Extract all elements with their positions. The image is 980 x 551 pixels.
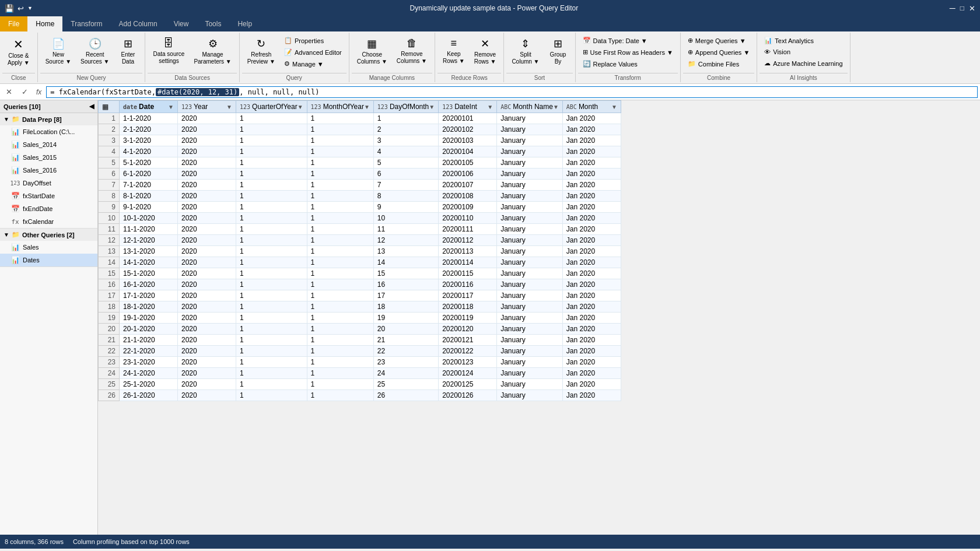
table-row[interactable]: 1111-1-20202020111120200111JanuaryJan 20…: [99, 224, 621, 235]
col-filter-button[interactable]: ▼: [611, 104, 617, 110]
append-queries-button[interactable]: ⊕ Append Queries ▼: [684, 47, 753, 58]
window-controls[interactable]: ─ □ ✕: [950, 3, 975, 13]
tab-file[interactable]: File: [0, 16, 27, 31]
sidebar-item-dates[interactable]: 📊Dates: [0, 254, 97, 266]
col-header-quarterofyear[interactable]: 123 QuarterOfYear ▼: [236, 101, 307, 113]
col-header-dayofmonth[interactable]: 123 DayOfMonth ▼: [373, 101, 438, 113]
formula-cancel-button[interactable]: ✕: [2, 86, 16, 97]
table-row[interactable]: 1818-1-20202020111820200118JanuaryJan 20…: [99, 301, 621, 313]
advanced-editor-button[interactable]: 📝 Advanced Editor: [281, 47, 345, 58]
table-row[interactable]: 1616-1-20202020111620200116JanuaryJan 20…: [99, 279, 621, 290]
table-row[interactable]: 2525-1-20202020112520200125JanuaryJan 20…: [99, 379, 621, 390]
datasource-settings-button[interactable]: 🗄 Data sourcesettings: [149, 35, 188, 67]
remove-columns-button[interactable]: 🗑 RemoveColumns ▼: [393, 35, 431, 67]
vision-button[interactable]: 👁 Vision: [761, 47, 846, 57]
table-row[interactable]: 2121-1-20202020112120200121JanuaryJan 20…: [99, 335, 621, 346]
tab-tools[interactable]: Tools: [197, 16, 229, 31]
remove-rows-button[interactable]: ✕ RemoveRows ▼: [470, 35, 501, 68]
tab-help[interactable]: Help: [229, 16, 260, 31]
table-row[interactable]: 2222-1-20202020112220200122JanuaryJan 20…: [99, 346, 621, 357]
col-filter-button[interactable]: ▼: [553, 104, 559, 110]
sidebar-item-filelocation[interactable]: 📊FileLocation (C:\...: [0, 125, 97, 138]
keep-rows-button[interactable]: ≡ KeepRows ▼: [439, 35, 469, 67]
replace-values-button[interactable]: 🔄 Replace Values: [579, 58, 677, 69]
col-header-month[interactable]: ABC Month ▼: [562, 101, 621, 113]
choose-columns-button[interactable]: ▦ ChooseColumns ▼: [353, 35, 391, 68]
first-row-headers-button[interactable]: ⊞ Use First Row as Headers ▼: [579, 47, 677, 58]
refresh-preview-button[interactable]: ↻ RefreshPreview ▼: [243, 35, 279, 68]
table-row[interactable]: 88-1-2020202011820200108JanuaryJan 2020: [99, 191, 621, 202]
col-header-monthofyear[interactable]: 123 MonthOfYear ▼: [307, 101, 373, 113]
col-filter-button[interactable]: ▼: [226, 104, 232, 110]
properties-button[interactable]: 📋 Properties: [281, 35, 345, 46]
table-row[interactable]: 33-1-2020202011320200103JanuaryJan 2020: [99, 135, 621, 146]
sidebar-item-sales2014[interactable]: 📊Sales_2014: [0, 138, 97, 151]
sidebar-group-header-0[interactable]: ▼ 📁 Data Prep [8]: [0, 113, 97, 125]
col-filter-button[interactable]: ▼: [364, 104, 370, 110]
split-column-button[interactable]: ⇕ SplitColumn ▼: [508, 35, 543, 68]
combine-files-button[interactable]: 📁 Combine Files: [684, 58, 753, 69]
undo-icon[interactable]: ↩: [18, 4, 24, 13]
col-filter-button[interactable]: ▼: [298, 104, 303, 110]
close-apply-button[interactable]: ✕ Close &Apply ▼: [4, 35, 34, 69]
table-row[interactable]: 99-1-2020202011920200109JanuaryJan 2020: [99, 202, 621, 213]
sidebar-collapse-button[interactable]: ◀: [89, 103, 94, 110]
table-row[interactable]: 1919-1-20202020111920200119JanuaryJan 20…: [99, 313, 621, 324]
formula-input-container[interactable]: = fxCalendar(fxStartDate, #date(2020, 12…: [46, 86, 978, 98]
sidebar-item-sales2015[interactable]: 📊Sales_2015: [0, 151, 97, 164]
manage-parameters-button[interactable]: ⚙ ManageParameters ▼: [190, 35, 235, 68]
table-row[interactable]: 2323-1-20202020112320200123JanuaryJan 20…: [99, 357, 621, 368]
sidebar-item-fxenddate[interactable]: 📅fxEndDate: [0, 202, 97, 215]
table-row[interactable]: 11-1-2020202011120200101JanuaryJan 2020: [99, 113, 621, 124]
tab-transform[interactable]: Transform: [62, 16, 110, 31]
recent-sources-button[interactable]: 🕒 RecentSources ▼: [76, 35, 113, 68]
data-type-button[interactable]: 📅 Data Type: Date ▼: [579, 35, 677, 46]
sidebar-group-header-1[interactable]: ▼ 📁 Other Queries [2]: [0, 229, 97, 241]
quick-access-dropdown[interactable]: ▼: [27, 5, 33, 11]
enter-data-button[interactable]: ⊞ EnterData: [114, 35, 141, 68]
tab-home[interactable]: Home: [27, 16, 62, 31]
table-row[interactable]: 77-1-2020202011720200107JanuaryJan 2020: [99, 180, 621, 191]
sidebar-item-sales[interactable]: 📊Sales: [0, 241, 97, 254]
maximize-btn[interactable]: □: [960, 4, 964, 12]
table-row[interactable]: 22-1-2020202011220200102JanuaryJan 2020: [99, 124, 621, 135]
table-row[interactable]: 1515-1-20202020111520200115JanuaryJan 20…: [99, 268, 621, 279]
manage-button[interactable]: ⚙ Manage ▼: [281, 58, 345, 69]
table-row[interactable]: 2424-1-20202020112420200124JanuaryJan 20…: [99, 368, 621, 379]
table-row[interactable]: 44-1-2020202011420200104JanuaryJan 2020: [99, 146, 621, 157]
save-icon[interactable]: 💾: [5, 4, 14, 13]
col-filter-button[interactable]: ▼: [487, 104, 493, 110]
text-analytics-button[interactable]: 📊 Text Analytics: [761, 35, 846, 46]
table-row[interactable]: 1414-1-20202020111420200114JanuaryJan 20…: [99, 257, 621, 268]
tab-view[interactable]: View: [166, 16, 197, 31]
table-row[interactable]: 1212-1-20202020111220200112JanuaryJan 20…: [99, 235, 621, 246]
table-row[interactable]: 1717-1-20202020111720200117JanuaryJan 20…: [99, 290, 621, 301]
col-header-year[interactable]: 123 Year ▼: [178, 101, 236, 113]
table-row[interactable]: 66-1-2020202011620200106JanuaryJan 2020: [99, 169, 621, 180]
group-by-button[interactable]: ⊞ GroupBy: [545, 35, 572, 68]
azure-ml-button[interactable]: ☁ Azure Machine Learning: [761, 58, 846, 69]
table-row[interactable]: 1010-1-20202020111020200110JanuaryJan 20…: [99, 213, 621, 224]
tab-add-column[interactable]: Add Column: [111, 16, 166, 31]
titlebar-icons[interactable]: 💾 ↩ ▼: [5, 4, 33, 13]
table-row[interactable]: 2020-1-20202020112020200120JanuaryJan 20…: [99, 324, 621, 335]
sidebar-item-fxstartdate[interactable]: 📅fxStartDate: [0, 189, 97, 202]
col-header-date[interactable]: date Date ▼: [120, 101, 178, 113]
sidebar-item-dayoffset[interactable]: 123DayOffset: [0, 177, 97, 189]
col-filter-button[interactable]: ▼: [168, 104, 174, 110]
col-header-monthname[interactable]: ABC Month Name ▼: [497, 101, 563, 113]
formula-confirm-button[interactable]: ✓: [18, 86, 32, 97]
close-btn[interactable]: ✕: [969, 4, 975, 13]
new-source-button[interactable]: 📄 NewSource ▼: [41, 35, 75, 68]
grid-container[interactable]: ▦ date Date ▼ 123 Year ▼ 123 QuarterOfYe…: [98, 100, 980, 535]
table-row[interactable]: 2626-1-20202020112620200126JanuaryJan 20…: [99, 390, 621, 401]
col-header-dateint[interactable]: 123 DateInt ▼: [439, 101, 497, 113]
merge-queries-button[interactable]: ⊕ Merge Queries ▼: [684, 35, 753, 46]
minimize-btn[interactable]: ─: [950, 3, 956, 13]
sidebar-item-fxcalendar[interactable]: fxfxCalendar: [0, 215, 97, 228]
table-row[interactable]: 55-1-2020202011520200105JanuaryJan 2020: [99, 157, 621, 169]
sidebar-item-sales2016[interactable]: 📊Sales_2016: [0, 164, 97, 177]
col-filter-button[interactable]: ▼: [429, 104, 435, 110]
sidebar-item-label: Dates: [23, 257, 40, 264]
table-row[interactable]: 1313-1-20202020111320200113JanuaryJan 20…: [99, 246, 621, 257]
